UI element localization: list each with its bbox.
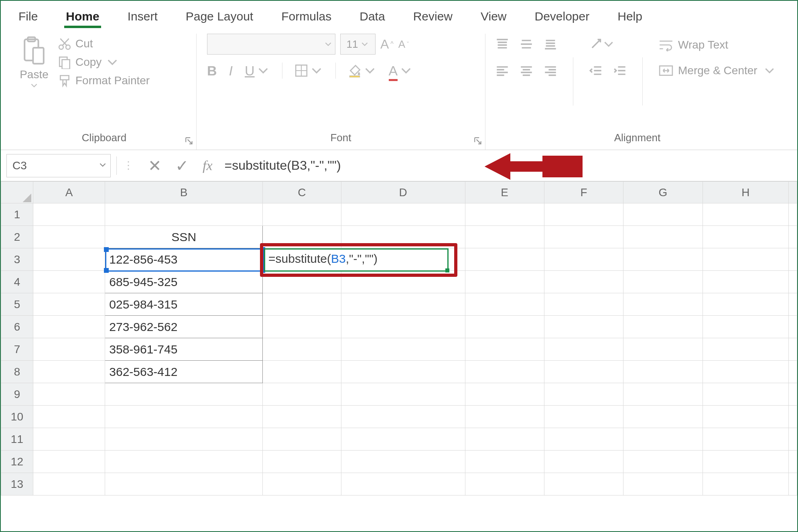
row-header-4[interactable]: 4 bbox=[1, 271, 33, 293]
group-clipboard: Paste Cut Copy Format Painter Cli bbox=[12, 34, 197, 150]
cut-button[interactable]: Cut bbox=[58, 37, 150, 51]
tab-review[interactable]: Review bbox=[412, 5, 454, 30]
cell-B2[interactable]: SSN bbox=[105, 226, 263, 248]
insert-function-button[interactable]: fx bbox=[203, 158, 213, 173]
worksheet-grid[interactable]: A B C D E F G H 1 2SSN 3122-856-453 4685… bbox=[1, 181, 797, 495]
row-header-13[interactable]: 13 bbox=[1, 473, 33, 495]
merge-center-label: Merge & Center bbox=[678, 64, 757, 77]
font-dialog-launcher[interactable] bbox=[474, 137, 483, 146]
ribbon: Paste Cut Copy Format Painter Cli bbox=[1, 30, 797, 150]
col-header-C[interactable]: C bbox=[263, 182, 341, 203]
fill-color-button[interactable] bbox=[348, 64, 377, 77]
formula-text-ref: B3 bbox=[331, 252, 346, 265]
separator bbox=[642, 57, 643, 106]
tab-home[interactable]: Home bbox=[64, 5, 101, 30]
group-alignment: Wrap Text Merge & Center Alignment bbox=[485, 34, 789, 150]
chevron-down-icon bbox=[399, 64, 413, 77]
row-header-10[interactable]: 10 bbox=[1, 406, 33, 428]
increase-indent-button[interactable] bbox=[613, 64, 626, 79]
col-header-E[interactable]: E bbox=[465, 182, 544, 203]
separator bbox=[573, 57, 573, 106]
chevron-down-icon bbox=[106, 55, 119, 69]
row-header-5[interactable]: 5 bbox=[1, 293, 33, 316]
col-header-D[interactable]: D bbox=[341, 182, 465, 203]
col-header-overflow[interactable] bbox=[788, 182, 797, 203]
align-top-button[interactable] bbox=[496, 38, 509, 52]
fill-handle[interactable] bbox=[445, 268, 449, 272]
tab-developer[interactable]: Developer bbox=[533, 5, 591, 30]
merge-center-button[interactable]: Merge & Center bbox=[659, 64, 777, 77]
select-all-corner[interactable] bbox=[1, 182, 33, 203]
paste-label: Paste bbox=[20, 68, 49, 81]
tab-file[interactable]: File bbox=[17, 5, 39, 30]
tab-page-layout[interactable]: Page Layout bbox=[184, 5, 255, 30]
cell-B5[interactable]: 025-984-315 bbox=[105, 293, 263, 316]
increase-font-button[interactable]: A^ bbox=[380, 37, 394, 52]
row-header-3[interactable]: 3 bbox=[1, 248, 33, 271]
align-bottom-button[interactable] bbox=[544, 38, 557, 52]
font-size-selector[interactable]: 11 bbox=[340, 34, 376, 55]
enter-formula-button[interactable]: ✓ bbox=[175, 156, 189, 175]
formula-text-suffix: ,"-","") bbox=[346, 252, 378, 265]
row-header-8[interactable]: 8 bbox=[1, 361, 33, 383]
wrap-text-button[interactable]: Wrap Text bbox=[659, 39, 777, 51]
bold-button[interactable]: B bbox=[207, 63, 217, 79]
cell-B8[interactable]: 362-563-412 bbox=[105, 361, 263, 383]
active-cell-editor[interactable]: =substitute(B3,"-","") bbox=[264, 248, 449, 272]
align-left-button[interactable] bbox=[496, 64, 509, 79]
col-header-F[interactable]: F bbox=[544, 182, 623, 203]
bucket-icon bbox=[348, 64, 361, 77]
italic-button[interactable]: I bbox=[229, 63, 233, 79]
align-right-button[interactable] bbox=[544, 64, 557, 79]
col-header-H[interactable]: H bbox=[703, 182, 788, 203]
cell-B4[interactable]: 685-945-325 bbox=[105, 271, 263, 293]
align-middle-button[interactable] bbox=[520, 38, 533, 52]
chevron-down-icon bbox=[30, 81, 39, 90]
row-header-11[interactable]: 11 bbox=[1, 428, 33, 451]
cell-B6[interactable]: 273-962-562 bbox=[105, 316, 263, 338]
formula-bar: C3 ⋮ ✕ ✓ fx =substitute(B3,"-","") bbox=[1, 150, 797, 181]
tab-data[interactable]: Data bbox=[358, 5, 386, 30]
row-header-1[interactable]: 1 bbox=[1, 203, 33, 226]
clipboard-dialog-launcher[interactable] bbox=[185, 137, 194, 146]
row-header-12[interactable]: 12 bbox=[1, 451, 33, 473]
cell-B3[interactable]: 122-856-453 bbox=[105, 248, 263, 271]
row-header-9[interactable]: 9 bbox=[1, 383, 33, 406]
tab-help[interactable]: Help bbox=[616, 5, 644, 30]
tab-insert[interactable]: Insert bbox=[126, 5, 159, 30]
svg-point-4 bbox=[66, 45, 70, 49]
format-painter-button[interactable]: Format Painter bbox=[58, 74, 150, 87]
row-header-7[interactable]: 7 bbox=[1, 338, 33, 361]
cancel-formula-button[interactable]: ✕ bbox=[148, 156, 162, 175]
clipboard-group-label: Clipboard bbox=[12, 129, 196, 150]
col-header-A[interactable]: A bbox=[33, 182, 105, 203]
font-size-value: 11 bbox=[347, 38, 358, 51]
underline-button[interactable]: U bbox=[245, 63, 270, 79]
row-header-6[interactable]: 6 bbox=[1, 316, 33, 338]
tab-view[interactable]: View bbox=[479, 5, 508, 30]
align-center-button[interactable] bbox=[520, 64, 533, 79]
col-header-B[interactable]: B bbox=[105, 182, 263, 203]
name-box-value: C3 bbox=[12, 159, 27, 172]
separator bbox=[335, 63, 336, 79]
font-color-button[interactable]: A bbox=[389, 63, 413, 79]
copy-button[interactable]: Copy bbox=[58, 55, 150, 69]
chevron-down-icon bbox=[98, 159, 107, 172]
row-header-2[interactable]: 2 bbox=[1, 226, 33, 248]
alignment-group-label: Alignment bbox=[485, 129, 789, 150]
name-box[interactable]: C3 bbox=[6, 154, 111, 177]
tab-formulas[interactable]: Formulas bbox=[280, 5, 333, 30]
orientation-button[interactable] bbox=[589, 38, 615, 52]
svg-rect-6 bbox=[62, 60, 70, 69]
separator bbox=[116, 156, 117, 175]
col-header-G[interactable]: G bbox=[623, 182, 703, 203]
borders-button[interactable] bbox=[294, 64, 323, 77]
cell-B7[interactable]: 358-961-745 bbox=[105, 338, 263, 361]
decrease-font-button[interactable]: Aˇ bbox=[398, 38, 409, 51]
font-name-selector[interactable] bbox=[207, 34, 335, 55]
paste-button[interactable]: Paste bbox=[12, 34, 56, 129]
chevron-down-icon bbox=[324, 40, 333, 49]
decrease-indent-button[interactable] bbox=[589, 64, 602, 79]
paintbrush-icon bbox=[58, 74, 71, 87]
formula-text-prefix: =substitute( bbox=[268, 252, 331, 265]
